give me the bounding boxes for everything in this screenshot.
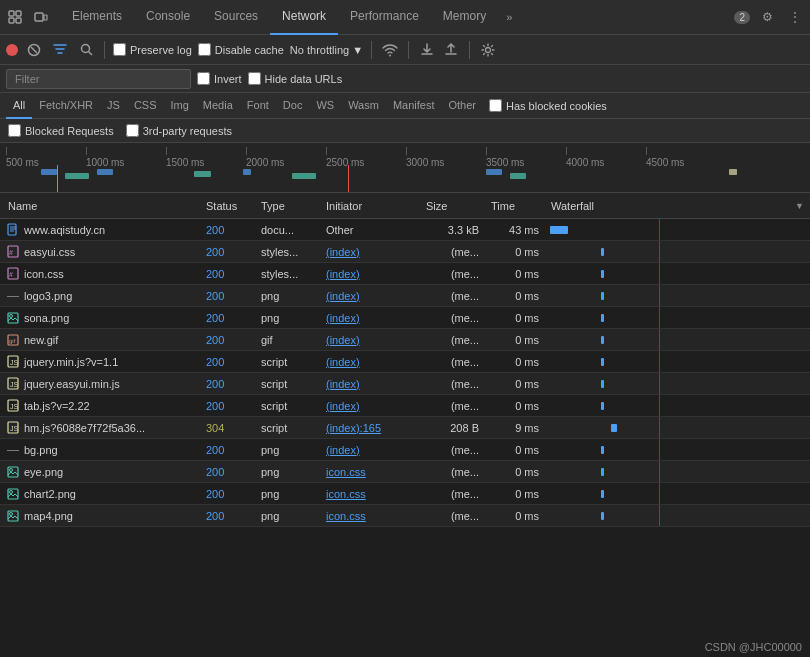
cell-initiator[interactable]: (index) xyxy=(320,444,420,456)
table-row[interactable]: — logo3.png 200 png (index) (me... 0 ms xyxy=(0,285,810,307)
waterfall-bar xyxy=(601,270,604,278)
waterfall-bar xyxy=(611,424,617,432)
svg-text:gif: gif xyxy=(9,338,16,344)
tab-elements[interactable]: Elements xyxy=(60,0,134,35)
tab-performance[interactable]: Performance xyxy=(338,0,431,35)
cell-initiator[interactable]: (index):165 xyxy=(320,422,420,434)
waterfall-bar xyxy=(550,226,568,234)
inspect-icon[interactable] xyxy=(4,6,26,28)
has-blocked-checkbox[interactable] xyxy=(489,99,502,112)
type-tab-wasm[interactable]: Wasm xyxy=(341,93,386,119)
export-har-btn[interactable] xyxy=(441,40,461,60)
blocked-requests-label[interactable]: Blocked Requests xyxy=(8,124,114,137)
cell-initiator[interactable]: (index) xyxy=(320,378,420,390)
hide-data-urls-checkbox[interactable] xyxy=(248,72,261,85)
type-tab-fetch[interactable]: Fetch/XHR xyxy=(32,93,100,119)
cell-waterfall xyxy=(545,439,810,460)
more-menu-btn[interactable]: ⋮ xyxy=(784,6,806,28)
type-tab-img[interactable]: Img xyxy=(164,93,196,119)
cell-type: script xyxy=(255,378,320,390)
column-name[interactable]: Name xyxy=(0,200,200,212)
clear-btn[interactable] xyxy=(24,40,44,60)
cell-initiator[interactable]: (index) xyxy=(320,312,420,324)
third-party-checkbox[interactable] xyxy=(126,124,139,137)
tab-console[interactable]: Console xyxy=(134,0,202,35)
divider-4 xyxy=(469,41,470,59)
record-btn[interactable] xyxy=(6,44,18,56)
filter-toggle-btn[interactable] xyxy=(50,40,70,60)
type-tab-font[interactable]: Font xyxy=(240,93,276,119)
cell-initiator[interactable]: (index) xyxy=(320,290,420,302)
cell-initiator[interactable]: (index) xyxy=(320,268,420,280)
preserve-log-label[interactable]: Preserve log xyxy=(113,43,192,56)
column-waterfall[interactable]: Waterfall ▼ xyxy=(545,200,810,212)
table-row[interactable]: # easyui.css 200 styles... (index) (me..… xyxy=(0,241,810,263)
preserve-log-checkbox[interactable] xyxy=(113,43,126,56)
table-row[interactable]: eye.png 200 png icon.css (me... 0 ms xyxy=(0,461,810,483)
filter-input[interactable] xyxy=(6,69,191,89)
invert-checkbox[interactable] xyxy=(197,72,210,85)
column-initiator[interactable]: Initiator xyxy=(320,200,420,212)
third-party-label[interactable]: 3rd-party requests xyxy=(126,124,232,137)
cell-initiator[interactable]: icon.css xyxy=(320,466,420,478)
waterfall-red-line xyxy=(659,417,660,438)
column-type[interactable]: Type xyxy=(255,200,320,212)
svg-rect-34 xyxy=(8,489,18,499)
table-row[interactable]: gif new.gif 200 gif (index) (me... 0 ms xyxy=(0,329,810,351)
tab-network[interactable]: Network xyxy=(270,0,338,35)
disable-cache-checkbox[interactable] xyxy=(198,43,211,56)
hide-data-urls-label[interactable]: Hide data URLs xyxy=(248,72,343,85)
tab-more-btn[interactable]: » xyxy=(498,11,520,23)
table-row[interactable]: chart2.png 200 png icon.css (me... 0 ms xyxy=(0,483,810,505)
table-row[interactable]: JS jquery.min.js?v=1.1 200 script (index… xyxy=(0,351,810,373)
type-tab-all[interactable]: All xyxy=(6,93,32,119)
table-row[interactable]: JS tab.js?v=2.22 200 script (index) (me.… xyxy=(0,395,810,417)
waterfall-bar xyxy=(601,292,604,300)
table-row[interactable]: sona.png 200 png (index) (me... 0 ms xyxy=(0,307,810,329)
column-time[interactable]: Time xyxy=(485,200,545,212)
type-tab-doc[interactable]: Doc xyxy=(276,93,310,119)
table-row[interactable]: JS jquery.easyui.min.js 200 script (inde… xyxy=(0,373,810,395)
has-blocked-cookies[interactable]: Has blocked cookies xyxy=(489,99,607,112)
file-icon xyxy=(6,223,20,237)
type-tab-css[interactable]: CSS xyxy=(127,93,164,119)
cell-initiator[interactable]: (index) xyxy=(320,356,420,368)
tick-line xyxy=(6,147,7,155)
type-tab-other[interactable]: Other xyxy=(441,93,483,119)
throttle-select[interactable]: No throttling ▼ xyxy=(290,44,363,56)
watermark: CSDN @JHC00000 xyxy=(705,641,802,653)
table-row[interactable]: — bg.png 200 png (index) (me... 0 ms xyxy=(0,439,810,461)
table-row[interactable]: # icon.css 200 styles... (index) (me... … xyxy=(0,263,810,285)
type-tab-manifest[interactable]: Manifest xyxy=(386,93,442,119)
tab-memory[interactable]: Memory xyxy=(431,0,498,35)
search-btn[interactable] xyxy=(76,40,96,60)
network-settings-btn[interactable] xyxy=(478,40,498,60)
tab-sources[interactable]: Sources xyxy=(202,0,270,35)
svg-rect-4 xyxy=(35,13,43,21)
table-row[interactable]: JS hm.js?6088e7f72f5a36... 304 script (i… xyxy=(0,417,810,439)
svg-rect-36 xyxy=(8,511,18,521)
type-tab-js[interactable]: JS xyxy=(100,93,127,119)
cell-size: (me... xyxy=(420,268,485,280)
cell-initiator[interactable]: (index) xyxy=(320,400,420,412)
column-status[interactable]: Status xyxy=(200,200,255,212)
disable-cache-label[interactable]: Disable cache xyxy=(198,43,284,56)
import-har-btn[interactable] xyxy=(417,40,437,60)
type-tab-media[interactable]: Media xyxy=(196,93,240,119)
type-tab-ws[interactable]: WS xyxy=(309,93,341,119)
cell-initiator[interactable]: (index) xyxy=(320,246,420,258)
cell-initiator[interactable]: icon.css xyxy=(320,488,420,500)
device-icon[interactable] xyxy=(30,6,52,28)
mini-bar xyxy=(97,169,113,175)
column-size[interactable]: Size xyxy=(420,200,485,212)
cell-initiator[interactable]: icon.css xyxy=(320,510,420,522)
invert-label[interactable]: Invert xyxy=(197,72,242,85)
table-row[interactable]: www.aqistudy.cn 200 docu... Other 3.3 kB… xyxy=(0,219,810,241)
cell-status: 200 xyxy=(200,466,255,478)
settings-btn[interactable]: ⚙ xyxy=(756,6,778,28)
table-row[interactable]: map4.png 200 png icon.css (me... 0 ms xyxy=(0,505,810,527)
wifi-icon[interactable] xyxy=(380,40,400,60)
svg-point-33 xyxy=(10,468,13,471)
blocked-requests-checkbox[interactable] xyxy=(8,124,21,137)
cell-initiator[interactable]: (index) xyxy=(320,334,420,346)
